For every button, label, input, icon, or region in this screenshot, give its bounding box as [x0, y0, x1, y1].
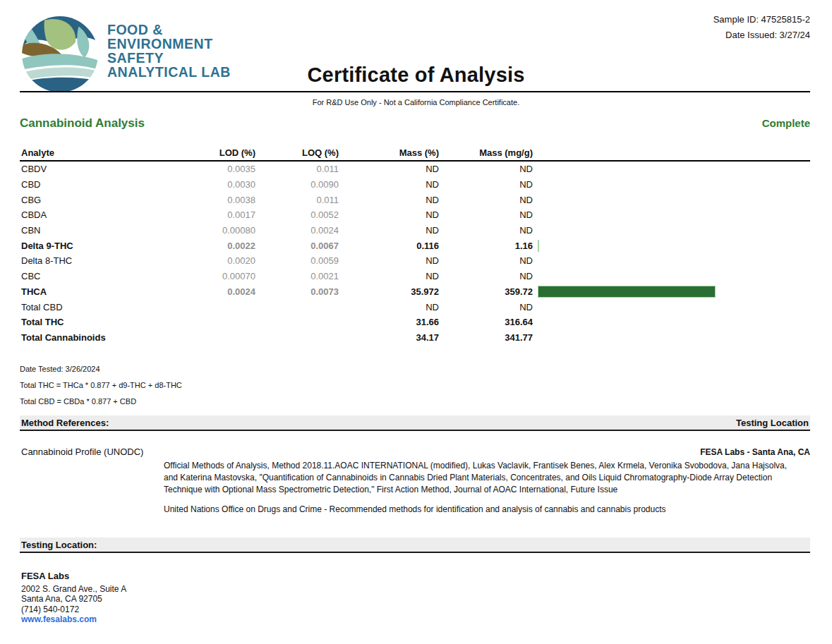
logo-line-1: FOOD & [107, 23, 231, 37]
mass-mgg-value: 359.72 [439, 286, 533, 297]
table-row: CBDA 0.0017 0.0052 ND ND [20, 207, 810, 223]
cannabinoid-section-head: Cannabinoid Analysis Complete [20, 116, 810, 130]
header-divider [20, 91, 810, 92]
analyte-name: CBD [20, 179, 165, 190]
analyte-name: CBN [20, 225, 165, 236]
lod-value: 0.0038 [165, 195, 255, 205]
logo-line-2: ENVIRONMENT [107, 37, 231, 51]
logo-line-3: SAFETY [107, 51, 231, 65]
loq-value: 0.0024 [255, 225, 339, 236]
mass-bar-cell [533, 192, 810, 207]
lod-value: 0.00080 [165, 225, 255, 236]
sample-id: Sample ID: 47525815-2 [713, 12, 810, 28]
method-references-row: Cannabinoid Profile (UNODC) FESA Labs - … [20, 446, 810, 457]
loq-value: 0.0059 [255, 255, 339, 266]
mass-mgg-value: ND [439, 271, 533, 281]
cannabinoid-profile-label: Cannabinoid Profile (UNODC) [20, 446, 143, 457]
mass-mgg-value: ND [439, 225, 533, 236]
coa-page: FOOD & ENVIRONMENT SAFETY ANALYTICAL LAB… [0, 0, 832, 644]
table-row: CBD 0.0030 0.0090 ND ND [20, 177, 810, 193]
section-title: Cannabinoid Analysis [20, 116, 145, 130]
table-row: Total CBD ND ND [20, 299, 810, 315]
mass-pct-value: ND [339, 179, 439, 190]
lab-footer: FESA Labs 2002 S. Grand Ave., Suite A Sa… [20, 571, 810, 625]
method-references-bar: Method References: Testing Location [20, 415, 810, 431]
lab-location-label: FESA Labs - Santa Ana, CA [700, 447, 810, 457]
mass-mgg-value: 341.77 [439, 332, 533, 343]
analyte-name: CBDA [20, 209, 165, 220]
mass-bar-cell [533, 315, 810, 330]
mass-mgg-value: ND [439, 209, 533, 220]
mass-pct-value: ND [339, 209, 439, 220]
status-badge: Complete [762, 117, 810, 129]
testing-location-label: Testing Location [736, 418, 809, 428]
lod-value: 0.0035 [165, 164, 255, 174]
mass-mgg-value: ND [439, 302, 533, 312]
analyte-name: Total Cannabinoids [20, 332, 165, 343]
mass-pct-value: ND [339, 164, 439, 174]
testing-location-header: Testing Location: [21, 540, 97, 550]
lab-address-line1: 2002 S. Grand Ave., Suite A [21, 584, 810, 595]
analyte-name: Total CBD [20, 302, 165, 312]
method-references-label: Method References: [21, 418, 109, 428]
lod-value: 0.0030 [165, 179, 255, 190]
date-issued: Date Issued: 3/27/24 [713, 28, 810, 43]
mass-bar-cell [533, 238, 810, 253]
mass-bar-cell [533, 162, 810, 177]
mass-pct-value: 35.972 [339, 286, 439, 297]
cannabinoid-table: Analyte LOD (%) LOQ (%) Mass (%) Mass (m… [20, 145, 810, 345]
lab-website-link[interactable]: www.fesalabs.com [21, 614, 97, 624]
col-header-mass-mgg: Mass (mg/g) [439, 147, 533, 158]
loq-value: 0.0090 [255, 179, 339, 190]
loq-value: 0.011 [255, 164, 339, 174]
table-row: CBC 0.00070 0.0021 ND ND [20, 269, 810, 284]
lod-value: 0.0020 [165, 255, 255, 266]
mass-bar-cell [533, 253, 810, 269]
mass-pct-value: 31.66 [339, 317, 439, 327]
loq-value: 0.0073 [255, 286, 339, 297]
table-header-row: Analyte LOD (%) LOQ (%) Mass (%) Mass (m… [20, 145, 810, 162]
table-row: CBN 0.00080 0.0024 ND ND [20, 223, 810, 238]
rd-use-disclaimer: For R&D Use Only - Not a California Comp… [0, 98, 832, 107]
mass-mgg-value: ND [439, 255, 533, 266]
mass-bar-cell [533, 330, 810, 346]
mass-pct-value: ND [339, 255, 439, 266]
unodc-reference-paragraph: United Nations Office on Drugs and Crime… [164, 504, 794, 516]
lod-value: 0.00070 [165, 271, 255, 281]
analyte-name: CBG [20, 195, 165, 205]
table-row: Total THC 31.66 316.64 [20, 315, 810, 330]
sample-meta: Sample ID: 47525815-2 Date Issued: 3/27/… [713, 12, 810, 43]
analyte-name: Delta 8-THC [20, 255, 165, 266]
loq-value: 0.0067 [255, 241, 339, 251]
lab-phone: (714) 540-0172 [21, 604, 810, 615]
mass-bar [538, 286, 716, 298]
footnotes: Date Tested: 3/26/2024 Total THC = THCa … [20, 365, 810, 406]
mass-bar-cell [533, 207, 810, 223]
lod-value: 0.0022 [165, 241, 255, 251]
mass-mgg-value: ND [439, 179, 533, 190]
table-row: THCA 0.0024 0.0073 35.972 359.72 [20, 284, 810, 300]
testing-location-bar: Testing Location: [20, 537, 810, 553]
lab-address-line2: Santa Ana, CA 92705 [21, 594, 810, 604]
mass-bar-cell [533, 299, 810, 315]
total-thc-formula: Total THC = THCa * 0.877 + d9-THC + d8-T… [20, 381, 810, 389]
col-header-chart [533, 145, 810, 160]
method-reference-paragraph: Official Methods of Analysis, Method 201… [164, 460, 794, 496]
analyte-name: CBDV [20, 164, 165, 174]
mass-bar-cell [533, 223, 810, 238]
document-title: Certificate of Analysis [0, 63, 832, 87]
mass-bar [538, 240, 539, 252]
table-row: CBDV 0.0035 0.011 ND ND [20, 162, 810, 177]
mass-mgg-value: ND [439, 164, 533, 174]
col-header-analyte: Analyte [20, 147, 165, 158]
analyte-name: CBC [20, 271, 165, 281]
mass-pct-value: 0.116 [339, 241, 439, 251]
table-row: CBG 0.0038 0.011 ND ND [20, 192, 810, 207]
analyte-table-body: CBDV 0.0035 0.011 ND ND CBD 0.0030 0.009… [20, 162, 810, 345]
mass-mgg-value: 316.64 [439, 317, 533, 327]
analyte-name: Total THC [20, 317, 165, 327]
total-cbd-formula: Total CBD = CBDa * 0.877 + CBD [20, 397, 810, 406]
loq-value: 0.0021 [255, 271, 339, 281]
table-row: Delta 8-THC 0.0020 0.0059 ND ND [20, 253, 810, 269]
analyte-name: Delta 9-THC [20, 241, 165, 251]
